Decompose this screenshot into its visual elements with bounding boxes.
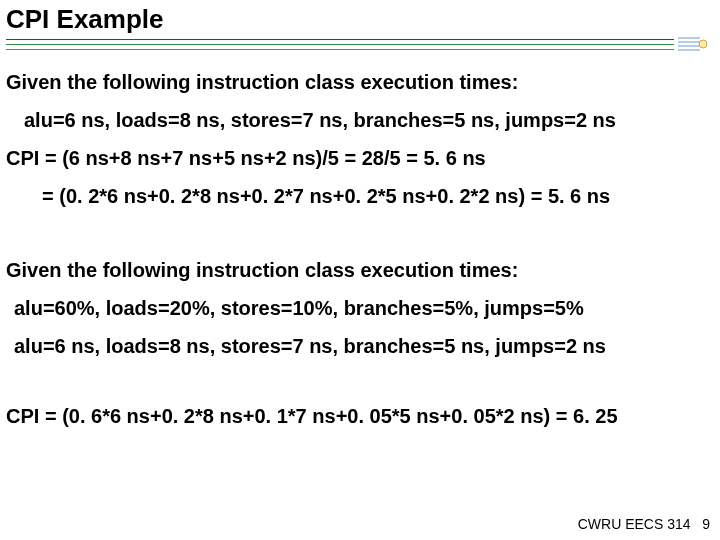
page-number: 9	[702, 516, 710, 532]
course-code: CWRU EECS 314	[578, 516, 691, 532]
exec-times-1: alu=6 ns, loads=8 ns, stores=7 ns, branc…	[6, 109, 714, 131]
title-area: CPI Example	[0, 0, 720, 35]
cpi-expansion-1: = (0. 2*6 ns+0. 2*8 ns+0. 2*7 ns+0. 2*5 …	[6, 185, 714, 207]
percentages: alu=60%, loads=20%, stores=10%, branches…	[6, 297, 714, 319]
title-divider	[6, 37, 714, 55]
intro-text-1: Given the following instruction class ex…	[6, 71, 714, 93]
footer: CWRU EECS 314 9	[578, 516, 710, 532]
slide-body: Given the following instruction class ex…	[0, 71, 720, 427]
intro-text-2: Given the following instruction class ex…	[6, 259, 714, 281]
svg-point-4	[699, 40, 707, 48]
cpi-equation-2: CPI = (0. 6*6 ns+0. 2*8 ns+0. 1*7 ns+0. …	[6, 405, 714, 427]
divider-lines	[6, 39, 674, 54]
spacer	[6, 223, 714, 243]
spacer	[6, 373, 714, 389]
slide-title: CPI Example	[6, 4, 714, 35]
exec-times-2: alu=6 ns, loads=8 ns, stores=7 ns, branc…	[6, 335, 714, 357]
sunburst-icon	[678, 35, 708, 57]
slide: CPI Example Given the following instruct…	[0, 0, 720, 540]
cpi-equation-1: CPI = (6 ns+8 ns+7 ns+5 ns+2 ns)/5 = 28/…	[6, 147, 714, 169]
